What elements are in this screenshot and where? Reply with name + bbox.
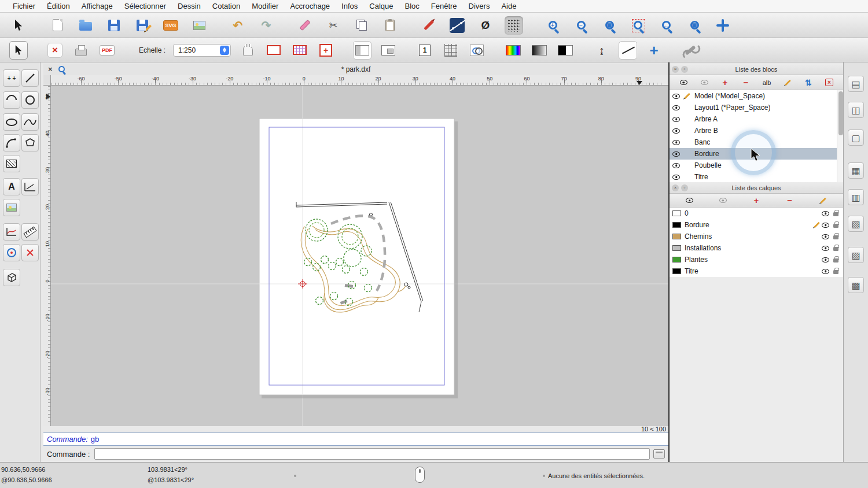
close-drawing-button[interactable]: × (46, 41, 64, 60)
layer-visibility-eye-icon[interactable] (822, 257, 829, 263)
no-fill-button[interactable]: Ø (476, 16, 495, 35)
show-block-button[interactable] (676, 77, 691, 88)
block-row-model-model-space[interactable]: Model (*Model_Space) (670, 90, 843, 102)
polygon-tool-button[interactable] (21, 134, 39, 151)
menu-item-bloc[interactable]: Bloc (399, 2, 425, 10)
grid-toggle-button[interactable] (505, 16, 523, 35)
zoom-window-button[interactable]: ▣ (685, 16, 704, 35)
flip-vertical-button[interactable]: ↨ (593, 41, 611, 60)
document-zoom-icon[interactable] (58, 66, 65, 72)
dimension-tool-button[interactable] (21, 178, 39, 195)
block-visibility-eye-icon[interactable] (672, 128, 680, 134)
rename-block-button[interactable]: alb (759, 77, 774, 88)
black-white-button[interactable] (556, 41, 575, 60)
zoom-previous-button[interactable]: ← (657, 16, 675, 35)
layer-row-titre[interactable]: Titre (670, 265, 843, 277)
layer-lock-icon[interactable] (833, 224, 838, 228)
menu-item-cotation[interactable]: Cotation (207, 2, 246, 10)
block-visibility-eye-icon[interactable] (672, 117, 680, 122)
library-browser-icon[interactable]: ◫ (848, 102, 864, 118)
paste-button[interactable] (381, 16, 399, 35)
list-view-icon[interactable]: ▦ (848, 162, 864, 179)
close-panel-icon[interactable]: × (672, 66, 679, 73)
zoom-detail-button[interactable] (468, 41, 486, 60)
block-row-arbre-a[interactable]: Arbre A (670, 113, 843, 125)
detach-panel-icon[interactable]: ▫ (681, 184, 688, 191)
cut-button[interactable]: ✂ (324, 16, 343, 35)
viewport-shaded-button[interactable] (353, 41, 372, 60)
block-row-layout1-paper-space[interactable]: Layout1 (*Paper_Space) (670, 102, 843, 113)
crosshair-button[interactable]: + (645, 41, 663, 60)
layer-lock-icon[interactable] (833, 235, 838, 239)
layer-lock-icon[interactable] (833, 247, 838, 251)
ellipse-tool-button[interactable] (3, 113, 20, 131)
edit-block-button[interactable] (780, 77, 795, 88)
settings-button[interactable] (681, 41, 700, 60)
clipboard-panel-icon[interactable]: ▩ (848, 277, 864, 293)
add-layer-button[interactable]: + (749, 195, 764, 206)
redo-button[interactable]: ↷ (257, 16, 275, 35)
open-file-button[interactable] (76, 16, 95, 35)
layer-visibility-eye-icon[interactable] (822, 211, 829, 216)
block-row-poubelle[interactable]: Poubelle (670, 160, 843, 171)
delete-block-button[interactable]: × (822, 77, 837, 88)
undo-button[interactable]: ↶ (229, 16, 247, 35)
add-block-button[interactable]: + (718, 77, 733, 88)
draw-pen-button[interactable] (420, 16, 438, 35)
save-as-button[interactable] (133, 16, 152, 35)
notes-panel-icon[interactable]: ▨ (848, 247, 864, 263)
blocks-scrollbar[interactable] (837, 90, 843, 182)
layer-visibility-eye-icon[interactable] (822, 234, 829, 239)
new-file-button[interactable] (48, 16, 67, 35)
info-tool-button[interactable] (3, 223, 20, 241)
svg-export-button[interactable]: SVG (161, 16, 180, 35)
layer-row-0[interactable]: 0 (670, 208, 843, 219)
copy-button[interactable] (352, 16, 371, 35)
view-3d-tool-button[interactable] (3, 269, 20, 286)
menu-item-fene-tre[interactable]: Fenêtre (425, 2, 463, 10)
layer-row-chemins[interactable]: Chemins (670, 231, 843, 242)
image-tool-button[interactable] (3, 199, 20, 216)
snap-tool-button[interactable] (21, 244, 39, 261)
menu-item-dessin[interactable]: Dessin (172, 2, 207, 10)
pan-hand-button[interactable] (238, 41, 257, 60)
remove-layer-button[interactable]: − (782, 195, 797, 206)
detach-panel-icon[interactable]: ▫ (681, 66, 688, 73)
layer-visibility-eye-icon[interactable] (822, 246, 829, 251)
block-row-bordure[interactable]: Bordure (670, 148, 843, 160)
menu-item-infos[interactable]: Infos (336, 2, 363, 10)
print-button[interactable] (72, 41, 90, 60)
layer-visibility-eye-icon[interactable] (822, 223, 829, 228)
block-row-banc[interactable]: Banc (670, 136, 843, 148)
stepper-icon[interactable] (220, 46, 229, 55)
layer-row-plantes[interactable]: Plantes (670, 254, 843, 265)
sheet-view-icon[interactable]: ▢ (848, 130, 864, 146)
layer-lock-icon[interactable] (833, 212, 838, 216)
active-tool-button[interactable] (9, 41, 28, 60)
menu-item-calque[interactable]: Calque (363, 2, 399, 10)
command-options-icon[interactable] (653, 449, 665, 459)
remove-block-button[interactable]: − (738, 77, 753, 88)
layer-row-installations[interactable]: Installations (670, 242, 843, 254)
filter-panel-icon[interactable]: ▥ (848, 189, 864, 205)
bitmap-export-button[interactable] (190, 16, 208, 35)
paper-bounds-button[interactable] (264, 41, 283, 60)
point-tool-button[interactable]: ++ (3, 69, 20, 87)
block-visibility-eye-icon[interactable] (672, 140, 680, 145)
close-panel-icon[interactable]: × (672, 184, 679, 191)
viewport-inset-button[interactable] (379, 41, 398, 60)
grid-lines-button[interactable] (442, 41, 460, 60)
hide-layer-button[interactable] (715, 195, 730, 206)
layer-row-bordure[interactable]: Bordure (670, 219, 843, 231)
text-tool-button[interactable]: A (3, 178, 20, 195)
pan-button[interactable] (713, 16, 732, 35)
layer-visibility-eye-icon[interactable] (822, 269, 829, 274)
delete-tool-button[interactable] (296, 16, 314, 35)
polyline-tool-button[interactable] (3, 134, 20, 151)
block-row-titre[interactable]: Titre (670, 171, 843, 182)
auto-zoom-button[interactable]: ▣ (600, 16, 619, 35)
line-tool-button[interactable] (21, 69, 39, 87)
menu-item-e-dition[interactable]: Édition (41, 2, 76, 10)
arc-tool-button[interactable] (3, 91, 20, 109)
menu-item-divers[interactable]: Divers (463, 2, 496, 10)
